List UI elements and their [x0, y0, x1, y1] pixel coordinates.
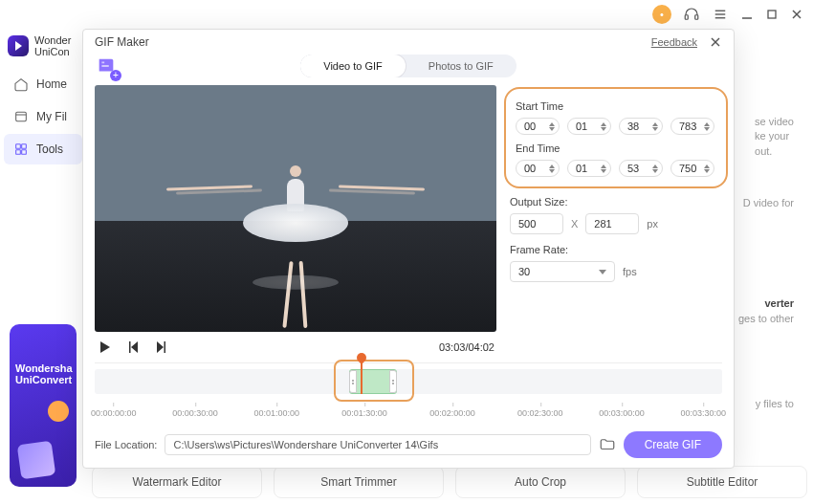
- start-hh-input[interactable]: 00: [516, 118, 560, 135]
- end-ss-input[interactable]: 53: [619, 160, 663, 177]
- output-unit: px: [647, 218, 658, 230]
- feedback-link[interactable]: Feedback: [651, 36, 697, 48]
- start-ss-input[interactable]: 38: [619, 118, 663, 135]
- nav-home-label: Home: [36, 77, 67, 91]
- spin-up-icon[interactable]: [549, 122, 555, 126]
- brand-line2: UniCon: [34, 46, 71, 57]
- bg-text-3: verter: [764, 296, 794, 311]
- spin-down-icon[interactable]: [549, 127, 555, 131]
- app-logo-icon: [8, 35, 29, 56]
- file-location-input[interactable]: C:\Users\ws\Pictures\Wondershare UniConv…: [165, 434, 590, 455]
- browse-folder-button[interactable]: [599, 436, 616, 453]
- bg-text-1b: ke your: [755, 129, 794, 143]
- end-hh-input[interactable]: 00: [516, 160, 560, 177]
- svg-rect-13: [22, 150, 27, 155]
- output-size-label: Output Size:: [510, 196, 722, 208]
- hamburger-menu-icon[interactable]: [712, 6, 729, 23]
- timeline-ticks: 00:00:00:00 00:00:30:00 00:01:00:00 00:0…: [95, 408, 722, 424]
- svg-rect-1: [695, 15, 698, 20]
- svg-rect-11: [22, 144, 27, 149]
- playhead-marker[interactable]: [361, 358, 363, 394]
- bg-text-1a: se video: [755, 115, 794, 129]
- home-icon: [13, 77, 29, 92]
- tab-video-to-gif[interactable]: Video to GIF: [300, 55, 406, 77]
- nav-files[interactable]: My Fil: [4, 101, 82, 132]
- playback-timestamp: 03:03/04:02: [439, 341, 494, 353]
- svg-rect-6: [768, 11, 776, 18]
- svg-rect-9: [16, 113, 27, 121]
- tools-icon: [13, 142, 29, 157]
- brand-line1: Wonder: [34, 34, 71, 46]
- play-button[interactable]: [97, 340, 112, 355]
- bg-text-2: D video for: [743, 196, 794, 210]
- promo-line1: Wondersha: [15, 362, 71, 374]
- selected-clip[interactable]: [349, 369, 397, 394]
- start-ms-input[interactable]: 783: [670, 118, 714, 135]
- bg-text-1c: out.: [755, 144, 794, 159]
- window-close-button[interactable]: [790, 8, 803, 21]
- support-headset-icon[interactable]: [683, 6, 700, 23]
- bg-text-5: y files to: [756, 397, 794, 411]
- tool-watermark-editor[interactable]: Watermark Editor: [92, 466, 262, 498]
- add-media-button[interactable]: +: [93, 53, 120, 79]
- nav-home[interactable]: Home: [4, 69, 82, 99]
- output-x-separator: X: [571, 218, 578, 230]
- timeline[interactable]: [95, 362, 722, 406]
- framerate-select[interactable]: 30: [510, 261, 615, 282]
- files-icon: [13, 109, 29, 124]
- plus-badge-icon: +: [110, 70, 121, 81]
- framerate-unit: fps: [623, 266, 637, 277]
- tool-auto-crop[interactable]: Auto Crop: [455, 466, 626, 498]
- output-width-input[interactable]: 500: [510, 213, 563, 234]
- window-maximize-button[interactable]: [765, 8, 779, 21]
- modal-title: GIF Maker: [95, 35, 149, 49]
- bg-text-4: ges to other: [738, 312, 794, 326]
- next-frame-button[interactable]: [154, 340, 169, 355]
- end-time-label: End Time: [516, 142, 716, 154]
- prev-frame-button[interactable]: [125, 340, 141, 355]
- chevron-down-icon: [599, 270, 606, 274]
- create-gif-button[interactable]: Create GIF: [624, 431, 722, 458]
- output-height-input[interactable]: 281: [585, 213, 639, 234]
- window-minimize-button[interactable]: [740, 8, 754, 21]
- clip-end-handle[interactable]: [389, 370, 397, 393]
- gif-maker-modal: GIF Maker Feedback + Video to GIF Photos…: [82, 29, 735, 469]
- svg-rect-10: [16, 144, 21, 149]
- tab-photos-to-gif[interactable]: Photos to GIF: [406, 55, 516, 77]
- svg-rect-0: [685, 15, 688, 20]
- promo-line2: UniConvert: [15, 374, 71, 385]
- svg-rect-12: [16, 150, 21, 155]
- clip-start-handle[interactable]: [349, 370, 357, 393]
- promo-card[interactable]: Wondersha UniConvert: [10, 324, 77, 487]
- user-avatar[interactable]: •: [652, 5, 671, 24]
- nav-tools[interactable]: Tools: [4, 134, 82, 164]
- video-preview[interactable]: [95, 85, 496, 332]
- end-ms-input[interactable]: 750: [670, 160, 714, 177]
- start-time-label: Start Time: [516, 100, 716, 112]
- modal-close-button[interactable]: [709, 35, 722, 49]
- mode-segmented-control: Video to GIF Photos to GIF: [300, 55, 516, 77]
- file-location-label: File Location:: [95, 439, 157, 450]
- tool-smart-trimmer[interactable]: Smart Trimmer: [274, 466, 444, 498]
- tool-subtitle-editor[interactable]: Subtitle Editor: [637, 466, 807, 498]
- nav-tools-label: Tools: [36, 142, 63, 156]
- framerate-label: Frame Rate:: [510, 244, 722, 255]
- nav-files-label: My Fil: [36, 110, 67, 123]
- time-range-highlight: Start Time 00 01 38 783 End Time 00 01 5…: [504, 87, 728, 188]
- start-mm-input[interactable]: 01: [567, 118, 611, 135]
- end-mm-input[interactable]: 01: [567, 160, 611, 177]
